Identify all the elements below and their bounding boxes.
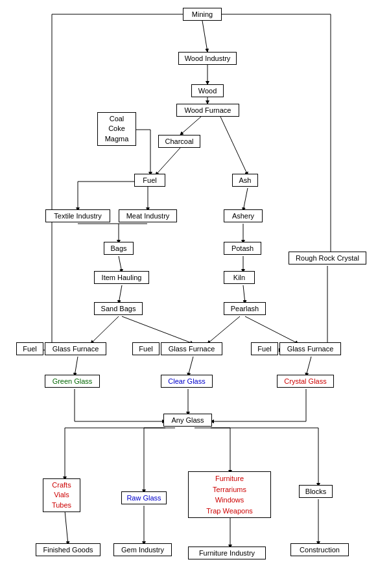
node-wood-furnace: Wood Furnace (176, 104, 239, 117)
node-wood-industry: Wood Industry (178, 52, 237, 65)
node-kiln: Kiln (224, 271, 255, 284)
node-crystal-glass: Crystal Glass (277, 375, 334, 388)
node-fuel-mid: Fuel (132, 342, 159, 355)
svg-line-10 (119, 285, 122, 303)
svg-line-4 (220, 117, 248, 175)
node-fuel-right: Fuel (251, 342, 278, 355)
svg-line-21 (306, 357, 311, 376)
node-finished-goods: Finished Goods (36, 543, 100, 556)
svg-line-11 (243, 285, 245, 303)
node-glass-furnace-right: Glass Furnace (279, 342, 341, 355)
node-pearlash: Pearlash (224, 302, 266, 315)
node-rough-rock-crystal: Rough Rock Crystal (289, 252, 366, 265)
node-gem-industry: Gem Industry (113, 543, 172, 556)
svg-line-13 (122, 316, 193, 344)
node-blocks: Blocks (299, 485, 333, 498)
svg-line-20 (188, 357, 193, 376)
node-ash: Ash (232, 174, 258, 187)
svg-line-3 (180, 117, 201, 135)
node-textile-industry: Textile Industry (45, 209, 110, 222)
node-crafts-vials-tubes: CraftsVialsTubes (43, 478, 80, 512)
node-ashery: Ashery (224, 209, 263, 222)
node-raw-glass: Raw Glass (121, 491, 167, 504)
svg-line-14 (207, 316, 240, 344)
node-potash: Potash (224, 242, 261, 255)
svg-line-0 (202, 21, 207, 52)
node-sand-bags: Sand Bags (94, 302, 143, 315)
diagram: Mining Wood Industry Wood Wood Furnace C… (0, 0, 378, 588)
svg-line-12 (91, 316, 119, 344)
node-green-glass: Green Glass (45, 375, 100, 388)
node-any-glass: Any Glass (163, 414, 212, 427)
node-coal-coke-magma: CoalCokeMagma (97, 112, 136, 146)
svg-line-23 (65, 511, 68, 545)
svg-line-8 (119, 256, 122, 272)
svg-line-15 (245, 316, 298, 344)
node-glass-furnace-mid: Glass Furnace (161, 342, 222, 355)
node-item-hauling: Item Hauling (94, 271, 149, 284)
node-furniture-industry: Furniture Industry (188, 547, 266, 559)
node-meat-industry: Meat Industry (119, 209, 177, 222)
node-bags: Bags (104, 242, 134, 255)
svg-line-19 (75, 357, 78, 376)
node-fuel-left: Fuel (16, 342, 43, 355)
node-mining: Mining (183, 8, 222, 21)
node-clear-glass: Clear Glass (161, 375, 213, 388)
node-wood: Wood (191, 84, 224, 97)
node-charcoal: Charcoal (158, 135, 200, 148)
svg-line-5 (156, 148, 180, 175)
node-furniture-terrariums: FurnitureTerrariumsWindowsTrap Weapons (188, 471, 271, 518)
node-construction: Construction (290, 543, 349, 556)
node-fuel: Fuel (134, 174, 165, 187)
node-glass-furnace-left: Glass Furnace (45, 342, 106, 355)
svg-line-6 (243, 188, 248, 211)
